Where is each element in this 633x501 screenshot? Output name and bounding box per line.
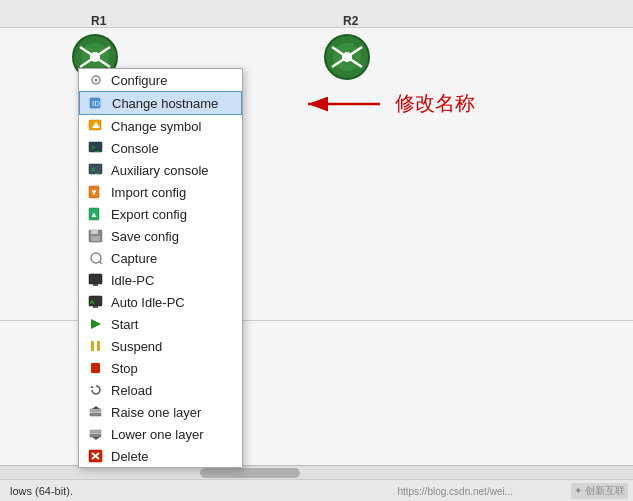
- raise-layer-icon: [87, 404, 105, 420]
- svg-point-4: [90, 52, 100, 62]
- svg-rect-36: [97, 341, 100, 351]
- svg-line-28: [100, 262, 103, 265]
- change-symbol-icon: [87, 118, 105, 134]
- aux-console-label: Auxiliary console: [111, 163, 209, 178]
- raise-layer-label: Raise one layer: [111, 405, 201, 420]
- start-icon: [87, 316, 105, 332]
- reload-icon: [87, 382, 105, 398]
- save-config-icon: [87, 228, 105, 244]
- svg-text:▼: ▼: [90, 188, 98, 197]
- configure-label: Configure: [111, 73, 167, 88]
- menu-item-capture[interactable]: Capture: [79, 247, 242, 269]
- menu-item-raise-layer[interactable]: Raise one layer: [79, 401, 242, 423]
- save-config-label: Save config: [111, 229, 179, 244]
- change-hostname-label: Change hostname: [112, 96, 218, 111]
- menu-item-configure[interactable]: Configure: [79, 69, 242, 91]
- menu-item-aux-console[interactable]: >_Auxiliary console: [79, 159, 242, 181]
- delete-label: Delete: [111, 449, 149, 464]
- svg-rect-30: [93, 284, 98, 286]
- suspend-icon: [87, 338, 105, 354]
- aux-console-icon: >_: [87, 162, 105, 178]
- svg-rect-29: [89, 274, 102, 284]
- menu-item-reload[interactable]: Reload: [79, 379, 242, 401]
- auto-idle-pc-label: Auto Idle-PC: [111, 295, 185, 310]
- import-config-label: Import config: [111, 185, 186, 200]
- svg-point-9: [342, 52, 352, 62]
- menu-item-change-symbol[interactable]: Change symbol: [79, 115, 242, 137]
- delete-icon: [87, 448, 105, 464]
- menu-item-console[interactable]: >_Console: [79, 137, 242, 159]
- svg-text:▲: ▲: [90, 210, 98, 219]
- change-hostname-icon: ID: [88, 95, 106, 111]
- menu-item-start[interactable]: Start: [79, 313, 242, 335]
- stop-label: Stop: [111, 361, 138, 376]
- console-icon: >_: [87, 140, 105, 156]
- svg-rect-37: [91, 363, 100, 373]
- r2-router-icon[interactable]: [322, 32, 372, 82]
- menu-item-delete[interactable]: Delete: [79, 445, 242, 467]
- svg-text:ID: ID: [92, 99, 100, 108]
- menu-item-change-hostname[interactable]: IDChange hostname: [79, 91, 242, 115]
- menu-item-auto-idle-pc[interactable]: AAuto Idle-PC: [79, 291, 242, 313]
- lower-layer-icon: [87, 426, 105, 442]
- menu-item-stop[interactable]: Stop: [79, 357, 242, 379]
- configure-icon: [87, 72, 105, 88]
- svg-text:A: A: [90, 299, 94, 305]
- menu-item-import-config[interactable]: ▼Import config: [79, 181, 242, 203]
- bottom-brand: ✦ 创新互联: [571, 483, 628, 499]
- svg-rect-26: [91, 236, 100, 241]
- svg-rect-39: [90, 413, 101, 416]
- start-label: Start: [111, 317, 138, 332]
- capture-label: Capture: [111, 251, 157, 266]
- svg-rect-32: [93, 306, 98, 308]
- svg-text:>_: >_: [91, 166, 99, 174]
- svg-rect-25: [91, 230, 98, 234]
- capture-icon: [87, 250, 105, 266]
- bottom-link: https://blog.csdn.net/wei...: [397, 486, 513, 497]
- svg-marker-41: [92, 406, 100, 409]
- suspend-label: Suspend: [111, 339, 162, 354]
- stop-icon: [87, 360, 105, 376]
- menu-item-idle-pc[interactable]: Idle-PC: [79, 269, 242, 291]
- export-config-icon: ▲: [87, 206, 105, 222]
- reload-label: Reload: [111, 383, 152, 398]
- menu-item-export-config[interactable]: ▲Export config: [79, 203, 242, 225]
- statusbar: lows (64-bit).: [0, 479, 633, 501]
- menu-item-lower-layer[interactable]: Lower one layer: [79, 423, 242, 445]
- auto-idle-pc-icon: A: [87, 294, 105, 310]
- menu-item-suspend[interactable]: Suspend: [79, 335, 242, 357]
- export-config-label: Export config: [111, 207, 187, 222]
- lower-layer-label: Lower one layer: [111, 427, 204, 442]
- svg-marker-44: [92, 437, 100, 440]
- import-config-icon: ▼: [87, 184, 105, 200]
- r2-label: R2: [343, 14, 358, 28]
- idle-pc-icon: [87, 272, 105, 288]
- svg-text:>_: >_: [91, 144, 99, 152]
- svg-marker-38: [90, 386, 94, 388]
- scroll-thumb[interactable]: [200, 468, 300, 478]
- arrow-icon: [300, 92, 390, 116]
- svg-rect-35: [91, 341, 94, 351]
- svg-marker-34: [91, 319, 101, 329]
- menu-item-save-config[interactable]: Save config: [79, 225, 242, 247]
- svg-point-11: [95, 79, 98, 82]
- svg-rect-43: [90, 434, 101, 437]
- annotation-text: 修改名称: [395, 90, 475, 117]
- svg-rect-40: [90, 409, 101, 412]
- console-label: Console: [111, 141, 159, 156]
- idle-pc-label: Idle-PC: [111, 273, 154, 288]
- r1-label: R1: [91, 14, 106, 28]
- svg-rect-42: [90, 430, 101, 433]
- arrow-annotation: 修改名称: [300, 90, 475, 117]
- change-symbol-label: Change symbol: [111, 119, 201, 134]
- status-text: lows (64-bit).: [10, 485, 73, 497]
- context-menu: ConfigureIDChange hostnameChange symbol>…: [78, 68, 243, 468]
